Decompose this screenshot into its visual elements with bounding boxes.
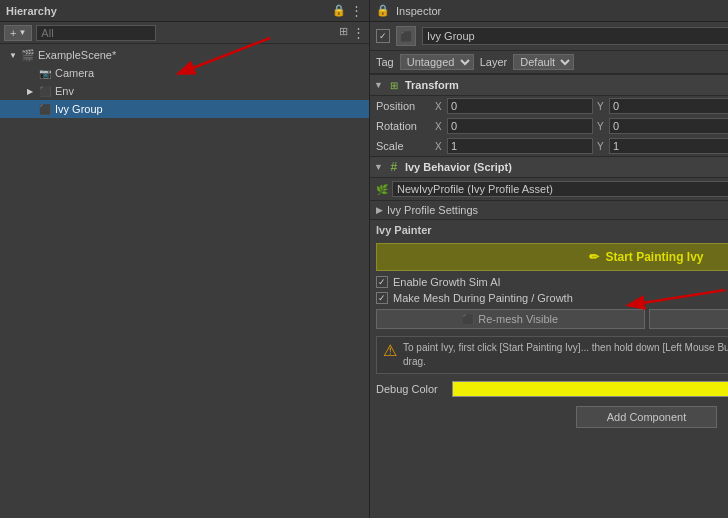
tree-item-ivy-group[interactable]: ▶ ⬛ Ivy Group bbox=[0, 100, 369, 118]
rotation-y-input[interactable] bbox=[609, 118, 728, 134]
scene-label: ExampleScene* bbox=[38, 49, 369, 61]
position-x-input[interactable] bbox=[447, 98, 593, 114]
make-mesh-label: Make Mesh During Painting / Growth bbox=[393, 292, 573, 304]
position-y-field: Y bbox=[597, 98, 728, 114]
layer-dropdown[interactable]: Default bbox=[513, 54, 574, 70]
scale-x-input[interactable] bbox=[447, 138, 593, 154]
add-component-button[interactable]: Add Component bbox=[576, 406, 718, 428]
remesh-icon: ⬛ bbox=[462, 314, 474, 325]
hierarchy-icons-right: ⊞ ⋮ bbox=[339, 25, 365, 40]
ivy-profile-field[interactable] bbox=[392, 181, 728, 197]
expand-arrow-env: ▶ bbox=[25, 86, 35, 96]
remesh-merge-row: ⬛ Re-mesh Visible ⬛ Merge Visible bbox=[370, 306, 728, 332]
remesh-label: Re-mesh Visible bbox=[478, 313, 558, 325]
start-painting-label: Start Painting Ivy bbox=[605, 250, 703, 264]
hierarchy-search-input[interactable] bbox=[36, 25, 156, 41]
position-x-field: X bbox=[435, 98, 593, 114]
debug-color-swatch[interactable] bbox=[452, 381, 728, 397]
add-component-row: Add Component bbox=[370, 400, 728, 434]
info-box: ⚠ To paint Ivy, first click [Start Paint… bbox=[376, 336, 728, 374]
script-expand-arrow: ▼ bbox=[374, 162, 383, 172]
debug-color-label: Debug Color bbox=[376, 383, 446, 395]
remesh-button[interactable]: ⬛ Re-mesh Visible bbox=[376, 309, 645, 329]
object-icon: ⬛ bbox=[396, 26, 416, 46]
tag-label: Tag bbox=[376, 56, 394, 68]
ivy-painter-label: Ivy Painter bbox=[370, 220, 728, 240]
hierarchy-add-button[interactable]: + ▼ bbox=[4, 25, 32, 41]
inspector-header: 🔒 Inspector 📌 ⋮ bbox=[370, 0, 728, 22]
tree-item-example-scene[interactable]: ▼ 🎬 ExampleScene* bbox=[0, 46, 369, 64]
hierarchy-menu-icon[interactable]: ⋮ bbox=[350, 3, 363, 18]
position-y-input[interactable] bbox=[609, 98, 728, 114]
position-fields: X Y Z bbox=[435, 98, 728, 114]
transform-title: Transform bbox=[405, 79, 728, 91]
make-mesh-checkbox[interactable]: ✓ bbox=[376, 292, 388, 304]
y-axis-label: Y bbox=[597, 101, 607, 112]
plus-icon: + bbox=[10, 27, 16, 39]
ivy-profile-row[interactable]: 🌿 ◎ bbox=[370, 178, 728, 201]
transform-expand-arrow: ▼ bbox=[374, 80, 383, 90]
object-header-row: ✓ ⬛ Static ▼ bbox=[370, 22, 728, 51]
hierarchy-content: ▼ 🎬 ExampleScene* ▶ 📷 Camera ▶ ⬛ Env bbox=[0, 44, 369, 518]
hierarchy-lock-icon[interactable]: 🔒 bbox=[332, 4, 346, 17]
position-label: Position bbox=[376, 100, 431, 112]
scene-icon: 🎬 bbox=[21, 48, 35, 62]
ivy-settings-arrow: ▶ bbox=[376, 205, 383, 215]
ivy-profile-icon: 🌿 bbox=[376, 184, 388, 195]
layer-label: Layer bbox=[480, 56, 508, 68]
camera-label: Camera bbox=[55, 67, 369, 79]
enable-growth-checkbox[interactable]: ✓ bbox=[376, 276, 388, 288]
transform-icon: ⊞ bbox=[387, 78, 401, 92]
inspector-panel: 🔒 Inspector 📌 ⋮ ✓ ⬛ Static ▼ Tag bbox=[370, 0, 728, 518]
env-label: Env bbox=[55, 85, 369, 97]
ivy-icon: ⬛ bbox=[38, 102, 52, 116]
enable-growth-row: ✓ Enable Growth Sim AI bbox=[370, 274, 728, 290]
expand-arrow-scene: ▼ bbox=[8, 50, 18, 60]
warning-icon: ⚠ bbox=[383, 341, 397, 369]
env-icon: ⬛ bbox=[38, 84, 52, 98]
sx-axis-label: X bbox=[435, 141, 445, 152]
hierarchy-header: Hierarchy 🔒 ⋮ bbox=[0, 0, 369, 22]
tree-item-camera[interactable]: ▶ 📷 Camera bbox=[0, 64, 369, 82]
info-text: To paint Ivy, first click [Start Paintin… bbox=[403, 341, 728, 369]
ry-axis-label: Y bbox=[597, 121, 607, 132]
ivy-profile-settings-label: Ivy Profile Settings bbox=[387, 204, 478, 216]
add-component-label: Add Component bbox=[607, 411, 687, 423]
scale-row: Scale X Y Z bbox=[370, 136, 728, 156]
hierarchy-title: Hierarchy bbox=[6, 5, 57, 17]
object-enabled-checkbox[interactable]: ✓ bbox=[376, 29, 390, 43]
rx-axis-label: X bbox=[435, 121, 445, 132]
scale-fields: X Y Z bbox=[435, 138, 728, 154]
make-mesh-row: ✓ Make Mesh During Painting / Growth bbox=[370, 290, 728, 306]
hierarchy-panel: Hierarchy 🔒 ⋮ + ▼ ⊞ ⋮ ▼ 🎬 ExampleScene* bbox=[0, 0, 370, 518]
ivy-profile-settings-row[interactable]: ▶ Ivy Profile Settings bbox=[370, 201, 728, 220]
debug-color-row: Debug Color ✎ bbox=[370, 378, 728, 400]
rotation-row: Rotation X Y Z bbox=[370, 116, 728, 136]
more-icon[interactable]: ⋮ bbox=[352, 25, 365, 40]
tag-dropdown[interactable]: Untagged bbox=[400, 54, 474, 70]
camera-icon: 📷 bbox=[38, 66, 52, 80]
script-icon: # bbox=[387, 160, 401, 174]
chevron-down-icon: ▼ bbox=[18, 28, 26, 37]
rotation-label: Rotation bbox=[376, 120, 431, 132]
inspector-title: Inspector bbox=[396, 5, 441, 17]
rotation-fields: X Y Z bbox=[435, 118, 728, 134]
script-title: Ivy Behavior (Script) bbox=[405, 161, 728, 173]
inspector-lock-icon[interactable]: 🔒 bbox=[376, 4, 390, 17]
sy-axis-label: Y bbox=[597, 141, 607, 152]
tag-layer-row: Tag Untagged Layer Default bbox=[370, 51, 728, 74]
merge-button[interactable]: ⬛ Merge Visible bbox=[649, 309, 729, 329]
hierarchy-header-icons: 🔒 ⋮ bbox=[332, 3, 363, 18]
enable-growth-label: Enable Growth Sim AI bbox=[393, 276, 501, 288]
object-name-field[interactable] bbox=[422, 27, 728, 45]
inspector-header-left: 🔒 Inspector bbox=[376, 4, 441, 17]
x-axis-label: X bbox=[435, 101, 445, 112]
ivy-group-label: Ivy Group bbox=[55, 103, 369, 115]
script-section-header[interactable]: ▼ # Ivy Behavior (Script) ? ⚙ ⋮ bbox=[370, 156, 728, 178]
rotation-x-input[interactable] bbox=[447, 118, 593, 134]
filter-icon[interactable]: ⊞ bbox=[339, 25, 348, 40]
transform-section-header[interactable]: ▼ ⊞ Transform ? ⚙ ⋮ bbox=[370, 74, 728, 96]
scale-y-input[interactable] bbox=[609, 138, 728, 154]
start-painting-button[interactable]: ✏ Start Painting Ivy bbox=[376, 243, 728, 271]
tree-item-env[interactable]: ▶ ⬛ Env bbox=[0, 82, 369, 100]
